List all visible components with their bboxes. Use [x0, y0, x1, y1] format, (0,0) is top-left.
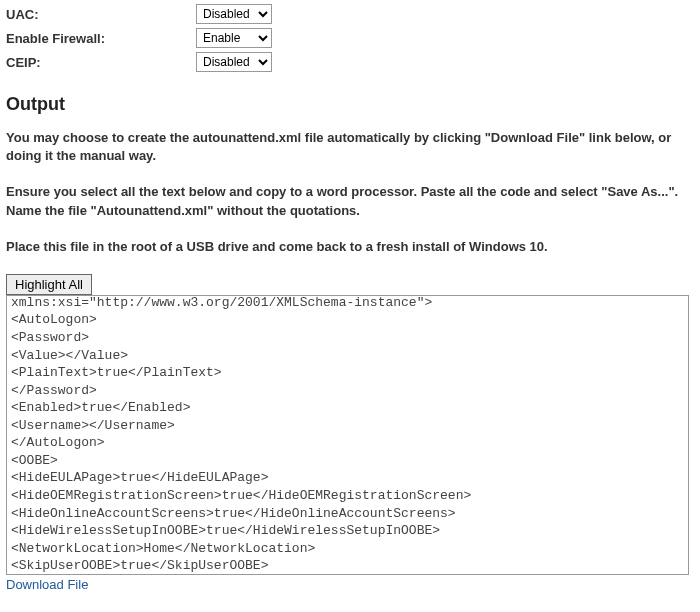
output-para-1: You may choose to create the autounatten… [6, 129, 694, 165]
download-file-link[interactable]: Download File [6, 577, 88, 592]
output-para-3: Place this file in the root of a USB dri… [6, 238, 694, 256]
firewall-select[interactable]: Enable [196, 28, 272, 48]
form-row-firewall: Enable Firewall: Enable [6, 28, 694, 48]
firewall-label: Enable Firewall: [6, 31, 196, 46]
xml-output-textarea[interactable] [6, 295, 689, 575]
ceip-label: CEIP: [6, 55, 196, 70]
output-para-2: Ensure you select all the text below and… [6, 183, 694, 219]
ceip-select[interactable]: Disabled [196, 52, 272, 72]
output-heading: Output [6, 94, 694, 115]
form-row-ceip: CEIP: Disabled [6, 52, 694, 72]
highlight-all-button[interactable]: Highlight All [6, 274, 92, 295]
uac-select[interactable]: Disabled [196, 4, 272, 24]
form-row-uac: UAC: Disabled [6, 4, 694, 24]
uac-label: UAC: [6, 7, 196, 22]
